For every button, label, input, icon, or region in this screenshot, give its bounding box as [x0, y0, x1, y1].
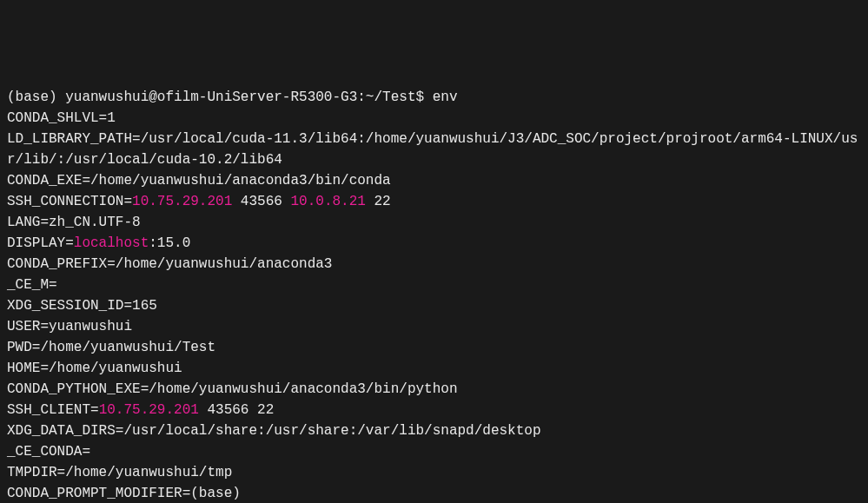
env-conda-exe: CONDA_EXE=/home/yuanwushui/anaconda3/bin…	[7, 170, 861, 191]
terminal-output[interactable]: (base) yuanwushui@ofilm-UniServer-R5300-…	[7, 87, 861, 503]
ssh-connection-port1: 43566	[232, 194, 290, 209]
ssh-client-ip: 10.75.29.201	[99, 402, 199, 418]
display-key: DISPLAY=	[7, 235, 74, 251]
env-conda-prompt-modifier: CONDA_PROMPT_MODIFIER=(base)	[7, 483, 861, 503]
env-display: DISPLAY=localhost:15.0	[7, 233, 861, 254]
env-xdg-session-id: XDG_SESSION_ID=165	[7, 295, 861, 316]
env-conda-shlvl: CONDA_SHLVL=1	[7, 108, 861, 129]
shell-prompt: (base) yuanwushui@ofilm-UniServer-R5300-…	[7, 89, 433, 105]
env-ce-conda: _CE_CONDA=	[7, 441, 861, 462]
display-rest: :15.0	[149, 235, 190, 251]
env-user: USER=yuanwushui	[7, 316, 861, 337]
env-tmpdir: TMPDIR=/home/yuanwushui/tmp	[7, 462, 861, 483]
ssh-connection-port2: 22	[366, 194, 391, 209]
prompt-line: (base) yuanwushui@ofilm-UniServer-R5300-…	[7, 87, 861, 108]
ssh-connection-ip2: 10.0.8.21	[290, 194, 365, 209]
env-xdg-data-dirs: XDG_DATA_DIRS=/usr/local/share:/usr/shar…	[7, 420, 861, 441]
env-home: HOME=/home/yuanwushui	[7, 358, 861, 379]
env-ssh-client: SSH_CLIENT=10.75.29.201 43566 22	[7, 400, 861, 420]
env-ssh-connection: SSH_CONNECTION=10.75.29.201 43566 10.0.8…	[7, 191, 861, 212]
env-lang: LANG=zh_CN.UTF-8	[7, 212, 861, 233]
ssh-client-key: SSH_CLIENT=	[7, 402, 99, 418]
env-ld-library-path: LD_LIBRARY_PATH=/usr/local/cuda-11.3/lib…	[7, 129, 861, 170]
env-ce-m: _CE_M=	[7, 275, 861, 295]
ssh-client-rest: 43566 22	[199, 402, 274, 418]
env-conda-prefix: CONDA_PREFIX=/home/yuanwushui/anaconda3	[7, 254, 861, 275]
display-host: localhost	[74, 235, 149, 251]
ssh-connection-key: SSH_CONNECTION=	[7, 194, 132, 209]
env-conda-python-exe: CONDA_PYTHON_EXE=/home/yuanwushui/anacon…	[7, 379, 861, 400]
command: env	[433, 89, 458, 105]
env-pwd: PWD=/home/yuanwushui/Test	[7, 337, 861, 358]
ssh-connection-ip1: 10.75.29.201	[132, 194, 232, 209]
